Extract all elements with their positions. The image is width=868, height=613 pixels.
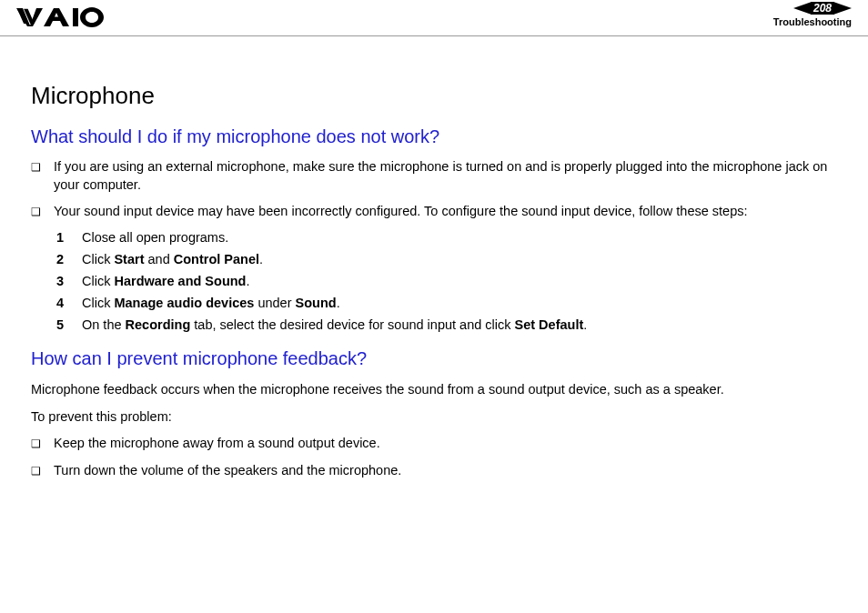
step-item: 3Click Hardware and Sound. xyxy=(56,274,841,288)
step-item: 5On the Recording tab, select the desire… xyxy=(56,317,841,332)
page-nav: 208 Troubleshooting xyxy=(773,2,852,27)
q2-bullets: Keep the microphone away from a sound ou… xyxy=(31,435,841,479)
vaio-logo xyxy=(16,7,107,31)
q1-bullets: If you are using an external microphone,… xyxy=(31,158,841,221)
page-number: 208 xyxy=(811,2,834,15)
question-heading-1: What should I do if my microphone does n… xyxy=(31,126,841,147)
paragraph: Microphone feedback occurs when the micr… xyxy=(31,380,841,398)
q1-steps: 1Close all open programs. 2Click Start a… xyxy=(56,230,841,332)
list-item: Your sound input device may have been in… xyxy=(31,203,841,221)
step-item: 2Click Start and Control Panel. xyxy=(56,252,841,266)
paragraph: To prevent this problem: xyxy=(31,407,841,426)
prev-page-arrow-icon[interactable] xyxy=(793,2,812,15)
svg-rect-0 xyxy=(73,8,78,26)
list-item: Keep the microphone away from a sound ou… xyxy=(31,435,841,453)
next-page-arrow-icon[interactable] xyxy=(833,2,852,15)
page-content: Microphone What should I do if my microp… xyxy=(0,36,868,479)
step-item: 4Click Manage audio devices under Sound. xyxy=(56,296,841,310)
section-label[interactable]: Troubleshooting xyxy=(773,16,852,27)
step-item: 1Close all open programs. xyxy=(56,230,841,245)
question-heading-2: How can I prevent microphone feedback? xyxy=(31,348,841,369)
page-header: 208 Troubleshooting xyxy=(0,0,868,36)
list-item: Turn down the volume of the speakers and… xyxy=(31,462,841,480)
page-title: Microphone xyxy=(31,82,841,110)
list-item: If you are using an external microphone,… xyxy=(31,158,841,194)
